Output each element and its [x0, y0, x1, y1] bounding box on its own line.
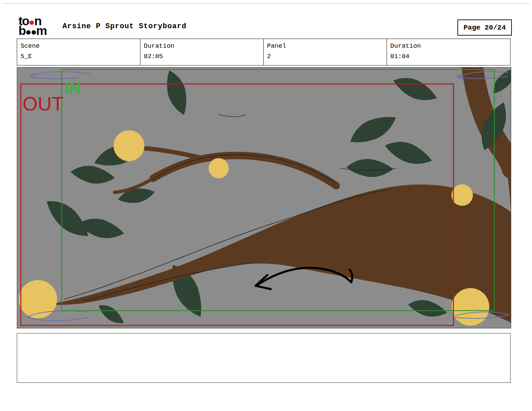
info-table: Scene 5_E Duration 02:05 Panel 2 Duratio…	[17, 39, 511, 65]
page-top-rule	[2, 3, 530, 4]
scene-duration-label: Duration	[144, 41, 260, 51]
scene-value: 5_E	[20, 51, 137, 62]
scene-cell: Scene 5_E	[17, 39, 140, 65]
panel-duration-label: Duration	[390, 41, 507, 51]
camera-out-label: OUT	[23, 93, 63, 115]
panel-label: Panel	[267, 41, 383, 51]
panel-duration-cell: Duration 01:04	[387, 39, 510, 65]
storyboard-drawing: IN OUT	[17, 67, 511, 328]
fruit	[19, 280, 57, 318]
logo-line-2: bm	[18, 26, 62, 36]
panel-value: 2	[267, 51, 383, 62]
storyboard-panel: IN OUT	[17, 67, 511, 328]
fruit	[451, 184, 473, 206]
scene-duration-value: 02:05	[144, 51, 260, 62]
fruit	[209, 158, 229, 178]
page-number-box: Page 20/24	[457, 19, 512, 36]
storyboard-title: Arsine P Sprout Storyboard	[62, 22, 186, 31]
panel-duration-value: 01:04	[390, 51, 507, 62]
fruit	[114, 130, 144, 161]
scene-duration-cell: Duration 02:05	[140, 39, 264, 65]
scene-label: Scene	[20, 41, 137, 51]
panel-cell: Panel 2	[264, 39, 387, 65]
toon-boom-logo: ton bm	[18, 16, 62, 36]
fruit	[452, 288, 489, 326]
logo-dot	[26, 30, 31, 35]
camera-in-label: IN	[65, 79, 81, 97]
logo-red-dot	[30, 20, 34, 25]
logo-dot	[32, 30, 36, 35]
caption-box	[17, 333, 511, 383]
